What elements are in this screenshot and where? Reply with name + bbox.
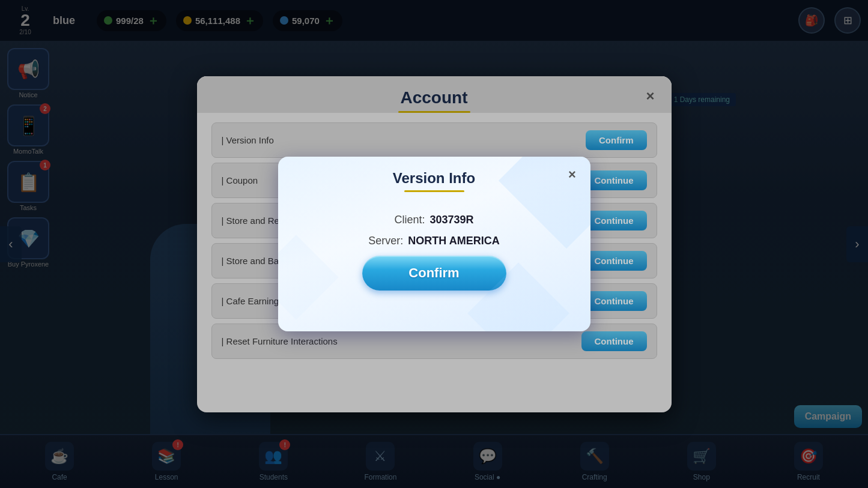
version-confirm-button[interactable]: Confirm [362,256,506,291]
version-dialog-title: Version Info [290,170,578,187]
version-title-underline [404,190,464,192]
version-dialog: Version Info × Client: 303739R Server: N… [278,157,590,331]
account-modal: Account × | Version Info Confirm | Coupo… [197,76,672,412]
version-client-value: 303739R [429,214,473,226]
version-dialog-close-button[interactable]: × [563,165,582,184]
version-server-label: Server: [368,235,403,247]
version-server-row: Server: NORTH AMERICA [302,235,566,247]
version-server-value: NORTH AMERICA [408,235,499,247]
version-dialog-header: Version Info × [278,157,590,192]
version-dialog-content: Client: 303739R Server: NORTH AMERICA Co… [278,192,590,307]
version-dialog-overlay: Version Info × Client: 303739R Server: N… [197,76,672,412]
version-client-row: Client: 303739R [302,214,566,226]
version-client-label: Client: [394,214,425,226]
